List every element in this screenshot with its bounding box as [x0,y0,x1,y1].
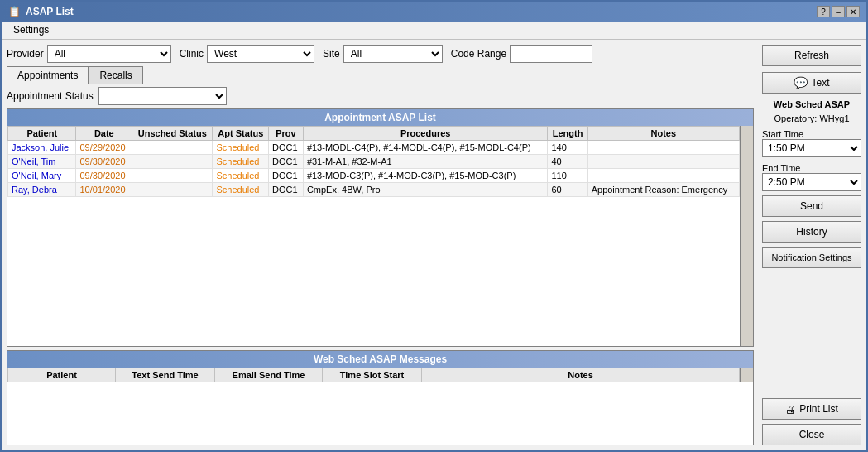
table-row[interactable]: Jackson, Julie09/29/2020ScheduledDOC1#13… [8,141,740,155]
table-cell: Scheduled [213,141,269,155]
close-button[interactable]: Close [762,424,861,445]
main-window: 📋 ASAP List ? – ✕ Settings Provider All [0,0,868,452]
msg-col-time-slot: Time Slot Start [323,368,422,382]
table-cell: DOC1 [269,183,304,197]
apt-status-label: Appointment Status [7,90,94,102]
text-button[interactable]: 💬 Text [762,72,861,94]
end-time-container: End Time 2:50 PM 3:00 PM 3:10 PM [762,161,861,191]
col-date: Date [76,127,132,141]
table-row[interactable]: Ray, Debra10/01/2020ScheduledDOC1CmpEx, … [8,183,740,197]
title-bar-left: 📋 ASAP List [8,6,74,17]
end-time-select[interactable]: 2:50 PM 3:00 PM 3:10 PM [762,173,861,191]
table-cell: 60 [548,183,587,197]
clinic-select[interactable]: West [207,45,314,63]
help-button[interactable]: ? [817,6,830,17]
clinic-label: Clinic [180,48,204,60]
table-cell: 140 [548,141,587,155]
window-close-button[interactable]: ✕ [846,6,860,17]
bottom-section: Web Sched ASAP Messages Patient Text Sen… [7,350,754,445]
speech-bubble-icon: 💬 [794,76,808,89]
tabs-row: Appointments Recalls [7,66,754,84]
table-cell: DOC1 [269,141,304,155]
table-cell: Ray, Debra [8,183,76,197]
web-sched-label: Web Sched ASAP [762,99,861,109]
msg-col-email-send: Email Send Time [215,368,323,382]
table-cell: O'Neil, Mary [8,169,76,183]
messages-table: Patient Text Send Time Email Send Time T… [7,368,740,382]
tab-appointments[interactable]: Appointments [7,66,89,84]
print-list-button[interactable]: 🖨 Print List [762,398,861,420]
appointment-table: Patient Date Unsched Status Apt Status P… [7,126,740,197]
title-bar-controls: ? – ✕ [817,6,860,17]
table-cell: Scheduled [213,155,269,169]
provider-filter: Provider All [7,45,171,63]
table-cell [587,155,739,169]
text-button-label: Text [811,77,829,89]
menu-bar: Settings [2,22,866,40]
send-button[interactable]: Send [762,195,861,217]
table-cell [132,141,213,155]
col-unsched-status: Unsched Status [132,127,213,141]
table-cell: DOC1 [269,155,304,169]
printer-icon: 🖨 [785,403,796,416]
table-cell: Jackson, Julie [8,141,76,155]
site-select[interactable]: All [343,45,443,63]
table-cell [587,141,739,155]
provider-label: Provider [7,48,44,60]
apt-status-select[interactable] [98,87,227,105]
minimize-button[interactable]: – [832,6,845,17]
history-button[interactable]: History [762,221,861,243]
col-patient: Patient [8,127,76,141]
notification-settings-button[interactable]: Notification Settings [762,247,861,268]
title-bar: 📋 ASAP List ? – ✕ [2,2,866,22]
left-panel: Provider All Clinic West Site All [2,40,759,450]
right-panel: Refresh 💬 Text Web Sched ASAP Operatory:… [759,40,866,450]
appt-scroll[interactable]: Patient Date Unsched Status Apt Status P… [7,126,740,346]
table-cell: Appointment Reason: Emergency [587,183,739,197]
table-cell [132,155,213,169]
end-time-label: End Time [762,163,861,173]
tab-recalls[interactable]: Recalls [89,66,142,84]
table-cell [132,169,213,183]
table-header-row: Patient Date Unsched Status Apt Status P… [8,127,740,141]
col-length: Length [548,127,587,141]
msg-col-text-send: Text Send Time [116,368,215,382]
table-cell: 110 [548,169,587,183]
col-procedures: Procedures [303,127,548,141]
table-cell: Scheduled [213,183,269,197]
messages-scroll[interactable]: Patient Text Send Time Email Send Time T… [7,368,740,382]
table-cell: 40 [548,155,587,169]
table-cell: #13-MOD-C3(P), #14-MOD-C3(P), #15-MOD-C3… [303,169,548,183]
appt-table-wrapper: Patient Date Unsched Status Apt Status P… [7,126,753,346]
col-apt-status: Apt Status [213,127,269,141]
table-cell: DOC1 [269,169,304,183]
table-cell: 09/30/2020 [76,169,132,183]
msg-col-notes: Notes [422,368,740,382]
filter-row: Provider All Clinic West Site All [7,45,754,63]
table-cell [587,169,739,183]
table-cell: O'Neil, Tim [8,155,76,169]
table-row[interactable]: O'Neil, Mary09/30/2020ScheduledDOC1#13-M… [8,169,740,183]
window-icon: 📋 [8,6,21,17]
msg-scroll-indicator [740,368,753,382]
start-time-label: Start Time [762,129,861,139]
refresh-button[interactable]: Refresh [762,45,861,66]
code-range-input[interactable] [510,45,592,63]
appt-scroll-indicator [740,126,753,346]
messages-header-row: Patient Text Send Time Email Send Time T… [8,368,740,382]
col-notes: Notes [587,127,739,141]
window-title: ASAP List [26,6,74,17]
appointment-table-container: Appointment ASAP List Patient Date Unsch… [7,108,754,347]
table-cell: Scheduled [213,169,269,183]
settings-menu[interactable]: Settings [8,22,54,37]
table-cell: 09/29/2020 [76,141,132,155]
site-label: Site [323,48,340,60]
messages-section-title: Web Sched ASAP Messages [7,351,753,368]
start-time-select[interactable]: 1:50 PM 2:00 PM 2:10 PM [762,139,861,157]
code-range-label: Code Range [451,48,506,60]
appointment-section-title: Appointment ASAP List [7,109,753,126]
table-row[interactable]: O'Neil, Tim09/30/2020ScheduledDOC1#31-M-… [8,155,740,169]
operatory-label: Operatory: WHyg1 [762,113,861,123]
provider-select[interactable]: All [47,45,171,63]
table-cell: #13-MODL-C4(P), #14-MODL-C4(P), #15-MODL… [303,141,548,155]
